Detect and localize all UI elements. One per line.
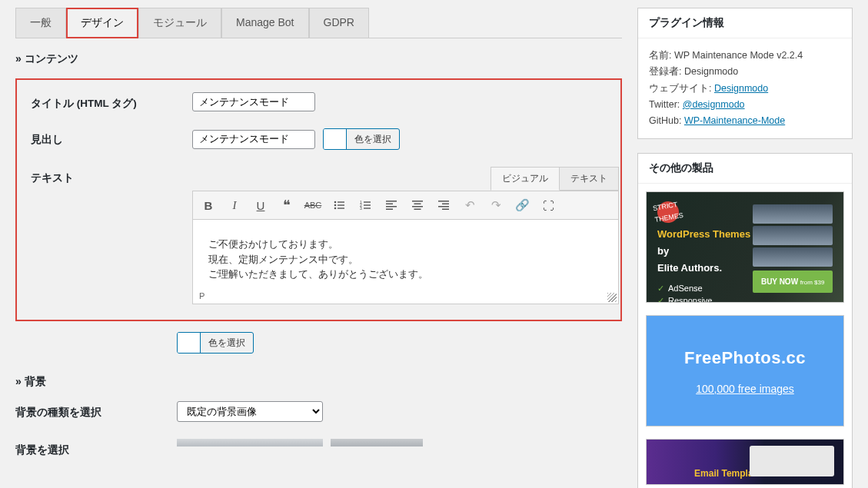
- svg-point-0: [334, 201, 337, 204]
- select-bg-type[interactable]: 既定の背景画像: [177, 401, 323, 422]
- svg-rect-3: [338, 204, 344, 205]
- plugin-author-value: Designmodo: [684, 66, 738, 77]
- svg-rect-13: [386, 204, 393, 205]
- editor-toolbar: B I U ❝ ABC 123 ↶ ↷ 🔗: [192, 191, 619, 220]
- plugin-name-label: 名前:: [649, 50, 671, 61]
- editor-wrap: ビジュアル テキスト B I U ❝ ABC 123: [192, 167, 619, 304]
- bullet-list-icon[interactable]: [331, 198, 347, 213]
- svg-rect-5: [338, 207, 344, 208]
- promo1-title-2: by: [657, 245, 669, 257]
- plugin-twitter-link[interactable]: @designmodo: [683, 99, 745, 110]
- svg-rect-14: [386, 206, 397, 207]
- label-text: テキスト: [31, 167, 192, 185]
- theme-thumbnail: [753, 226, 833, 245]
- svg-rect-22: [438, 206, 449, 207]
- color-swatch-icon: [324, 129, 347, 149]
- color-button-label: 色を選択: [347, 129, 399, 149]
- heading-color-button[interactable]: 色を選択: [323, 128, 400, 150]
- editor-element-path: P: [199, 291, 205, 300]
- svg-rect-1: [338, 201, 344, 202]
- editor-body[interactable]: ご不便おかけしております。 現在、定期メンテナンス中です。 ご理解いただきまして…: [192, 220, 619, 304]
- editor-tab-text[interactable]: テキスト: [559, 167, 619, 191]
- svg-rect-11: [364, 207, 371, 208]
- fullscreen-icon[interactable]: ⛶: [540, 198, 556, 213]
- section-background-title: » 背景: [15, 375, 622, 389]
- editor-content[interactable]: ご不便おかけしております。 現在、定期メンテナンス中です。 ご理解いただきまして…: [208, 237, 603, 282]
- tab-general[interactable]: 一般: [15, 8, 66, 38]
- plugin-author-label: 登録者:: [649, 66, 681, 77]
- theme-thumbnail: [753, 247, 833, 267]
- svg-point-4: [334, 207, 337, 210]
- quote-icon[interactable]: ❝: [279, 198, 294, 213]
- plugin-github-link[interactable]: WP-Maintenance-Mode: [684, 115, 785, 126]
- svg-rect-23: [442, 209, 449, 211]
- plugin-info-card: プラグイン情報 名前: WP Maintenance Mode v2.2.4 登…: [637, 8, 853, 139]
- content-box: タイトル (HTML タグ) 見出し 色を選択 テキスト: [15, 78, 622, 321]
- svg-rect-15: [386, 209, 393, 211]
- strict-themes-logo-icon: STRICT THEMES: [656, 200, 680, 224]
- undo-icon[interactable]: ↶: [462, 198, 477, 213]
- promo-freephotos[interactable]: FreePhotos.cc 100,000 free images: [646, 315, 844, 427]
- underline-icon[interactable]: U: [253, 198, 268, 213]
- tabs-bar: 一般 デザイン モジュール Manage Bot GDPR: [15, 8, 622, 38]
- other-products-card: その他の製品 STRICT THEMES WordPress Themes by…: [637, 153, 853, 488]
- svg-text:3: 3: [360, 206, 362, 211]
- section-contents-title: » コンテンツ: [15, 52, 622, 66]
- promo1-feature: AdSense: [657, 282, 753, 295]
- plugin-website-label: ウェブサイト:: [649, 83, 711, 94]
- svg-point-2: [334, 204, 337, 207]
- svg-rect-17: [414, 204, 421, 205]
- label-bg-select: 背景を選択: [15, 439, 177, 457]
- svg-rect-12: [386, 201, 397, 202]
- color-button-label: 色を選択: [201, 333, 253, 353]
- promo-strict-themes[interactable]: STRICT THEMES WordPress Themes byElite A…: [646, 191, 844, 303]
- svg-rect-21: [442, 204, 449, 205]
- svg-rect-19: [414, 209, 421, 211]
- tab-design[interactable]: デザイン: [66, 8, 138, 38]
- plugin-github-label: GitHub:: [649, 115, 681, 126]
- input-heading[interactable]: [192, 130, 315, 149]
- plugin-website-link[interactable]: Designmodo: [714, 83, 768, 94]
- tab-gdpr[interactable]: GDPR: [309, 8, 369, 38]
- label-bg-type: 背景の種類を選択: [15, 401, 177, 420]
- tab-manage-bot[interactable]: Manage Bot: [221, 8, 309, 38]
- editor-tab-visual[interactable]: ビジュアル: [491, 167, 560, 191]
- spacer: [15, 332, 177, 337]
- label-title-html: タイトル (HTML タグ): [31, 92, 192, 111]
- promo1-title-1: WordPress Themes: [657, 228, 750, 240]
- freephotos-sub: 100,000 free images: [696, 380, 794, 399]
- plugin-twitter-label: Twitter:: [649, 99, 680, 110]
- theme-thumbnail: [753, 204, 833, 224]
- buy-now-button[interactable]: BUY NOW from $39: [753, 271, 833, 293]
- svg-rect-7: [364, 201, 371, 202]
- svg-rect-20: [438, 201, 449, 202]
- email-builder-title: Email Template Builder: [694, 466, 796, 481]
- italic-icon[interactable]: I: [227, 198, 242, 213]
- text-color-button[interactable]: 色を選択: [177, 332, 254, 354]
- align-center-icon[interactable]: [410, 198, 425, 213]
- promo1-feature: Responsive: [657, 294, 753, 303]
- svg-rect-9: [364, 204, 371, 205]
- align-left-icon[interactable]: [384, 198, 399, 213]
- svg-rect-16: [412, 201, 423, 202]
- bg-thumbnail[interactable]: [331, 439, 423, 447]
- redo-icon[interactable]: ↷: [488, 198, 504, 213]
- bold-icon[interactable]: B: [201, 198, 216, 213]
- plugin-name-value: WP Maintenance Mode v2.2.4: [674, 50, 803, 61]
- resize-handle-icon[interactable]: [607, 293, 617, 302]
- promo-email-builder[interactable]: Email Template Builder: [646, 439, 844, 485]
- link-icon[interactable]: 🔗: [514, 198, 530, 213]
- strikethrough-icon[interactable]: ABC: [305, 198, 321, 213]
- plugin-info-title: プラグイン情報: [638, 8, 852, 38]
- freephotos-title: FreePhotos.cc: [684, 344, 806, 372]
- promo1-title-3: Elite Authors.: [657, 262, 722, 274]
- align-right-icon[interactable]: [436, 198, 451, 213]
- input-title-html[interactable]: [192, 92, 315, 111]
- other-products-title: その他の製品: [638, 154, 852, 184]
- number-list-icon[interactable]: 123: [358, 198, 373, 213]
- label-heading: 見出し: [31, 128, 192, 147]
- bg-thumbnail[interactable]: [177, 439, 323, 447]
- color-swatch-icon: [178, 333, 201, 353]
- svg-rect-18: [412, 206, 423, 207]
- tab-modules[interactable]: モジュール: [138, 8, 221, 38]
